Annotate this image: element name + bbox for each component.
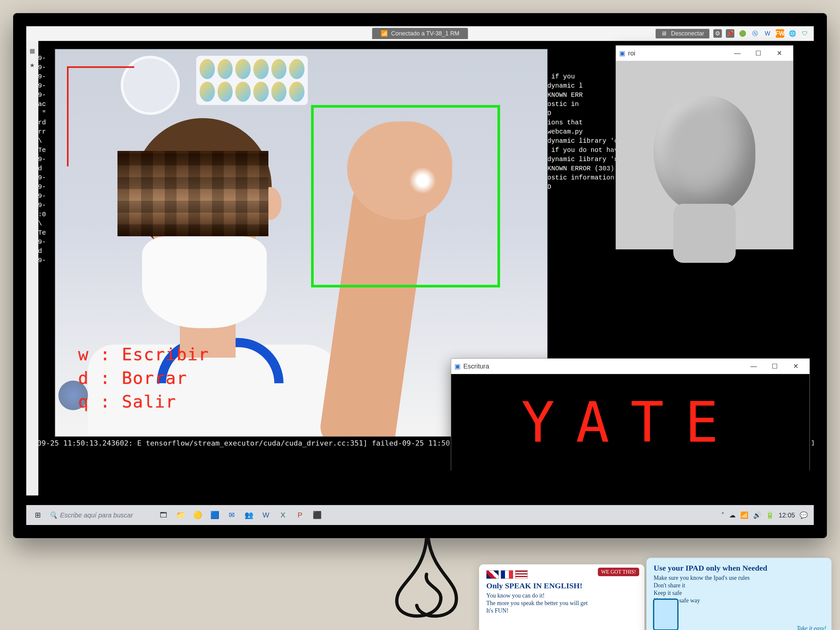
connected-tab[interactable]: 📶 Conectado a TV-38_1 RM [372,28,468,39]
gear-icon[interactable]: ⚙ [713,29,722,38]
maximize-button[interactable]: ☐ [764,358,785,374]
poster-left-tag: WE GOT THIS! [598,568,639,576]
grid-icon[interactable]: ▦ [28,47,36,55]
help-line: w : Escribir [78,343,209,366]
poster-right-line: Keep it safe [654,590,824,597]
pin-icon[interactable]: 📌 [726,29,734,38]
chrome-icon[interactable]: 🟡 [192,510,203,521]
disconnect-label: Desconectar [671,30,704,37]
shield-icon[interactable]: 🛡 [801,29,809,38]
screen: -09--09--09--09--09-ebacle "wordxErrC:\g… [26,26,814,525]
terminal-icon[interactable]: ⬛ [311,510,322,521]
disconnect-button[interactable]: 🖥 Desconectar [655,29,709,38]
roi-image [616,61,793,249]
power-cable [374,538,479,624]
word-app-icon[interactable]: W [763,29,772,38]
help-line: d : Borrar [78,366,209,390]
outlook-icon[interactable]: ✉ [226,510,237,521]
wifi-tray-icon[interactable]: 📶 [740,511,748,519]
monitor-icon: 🖥 [661,30,667,37]
onenote-icon[interactable]: Ⓝ [751,29,759,38]
close-button[interactable]: ✕ [769,46,790,61]
search-placeholder: Escribe aquí para buscar [60,512,133,519]
bookmark-icon[interactable]: ★ [28,61,36,69]
terminal-line: -09-25 11:50:13.243602: E tensorflow/str… [33,439,398,447]
start-button[interactable]: ⊞ [32,510,43,521]
minimize-button[interactable]: — [743,358,764,374]
poster-right-tag: Take it easy! [797,625,826,630]
poster-left-line: You know you can do it! [486,592,637,599]
minimize-button[interactable]: — [727,46,748,61]
search-icon: 🔍 [49,511,57,519]
poster-left-line: It's FUN! [486,607,637,614]
help-line: q : Salir [78,390,209,414]
cast-toolbar: 📶 Conectado a TV-38_1 RM 🖥 Desconectar ⚙… [26,26,814,41]
notifications-icon[interactable]: 💬 [800,511,808,519]
escritura-text: YATE [521,390,739,455]
escritura-titlebar[interactable]: ▣ Escritura — ☐ ✕ [451,358,810,374]
escritura-title: Escritura [463,363,489,370]
fw-app-icon[interactable]: FW [776,29,784,38]
system-tray[interactable]: ˄ ☁ 📶 🔊 🔋 12:05 💬 [721,511,808,519]
wifi-icon: 📶 [381,30,388,37]
flag-us-icon [515,570,527,579]
escritura-window[interactable]: ▣ Escritura — ☐ ✕ YATE [451,358,810,471]
teams-icon[interactable]: 👥 [243,510,254,521]
word-icon[interactable]: W [260,510,272,521]
maximize-button[interactable]: ☐ [748,46,769,61]
roi-titlebar[interactable]: ▣ roi — ☐ ✕ [616,46,793,61]
poster-right-line: Don't share it [654,582,824,589]
clock-label[interactable]: 12:05 [778,512,795,519]
flag-fr-icon [501,570,513,579]
poster-left-title: Only SPEAK IN ENGLISH! [486,581,637,590]
windows-taskbar[interactable]: ⊞ 🔍 Escribe aquí para buscar 🗔 📁 🟡 🟦 ✉ 👥… [26,505,814,525]
file-explorer-icon[interactable]: 📁 [175,510,186,521]
onedrive-icon[interactable]: ☁ [729,511,736,519]
window-app-icon: ▣ [619,49,625,57]
edge-icon[interactable]: 🟦 [209,510,220,521]
ide-sidebar: ▦ ★ [26,41,38,496]
poster-right-line: Make sure you know the Ipad's use rules [654,575,824,581]
poster-right-line: Use it in a safe way [654,597,824,604]
close-button[interactable]: ✕ [785,358,806,374]
roi-window[interactable]: ▣ roi — ☐ ✕ [616,45,793,249]
evernote-icon[interactable]: 🟢 [738,29,747,38]
volume-icon[interactable]: 🔊 [753,511,761,519]
escritura-output: YATE [451,374,810,471]
powerpoint-icon[interactable]: P [294,510,305,521]
ipad-icon [653,598,679,630]
monitor-bezel: -09--09--09--09--09-ebacle "wordxErrC:\g… [13,13,827,538]
poster-ipad: Use your IPAD only when Needed Make sure… [646,558,832,630]
excel-icon[interactable]: X [277,510,289,521]
task-view-icon[interactable]: 🗔 [158,510,169,521]
poster-english: Only SPEAK IN ENGLISH! You know you can … [479,564,644,630]
connected-label: Conectado a TV-38_1 RM [391,30,459,37]
keyboard-help-overlay: w : Escribird : Borrarq : Salir [78,343,209,414]
poster-right-title: Use your IPAD only when Needed [654,564,824,573]
roi-green-box [311,105,500,287]
flag-uk-icon [486,570,499,579]
face-pixelation [117,151,268,236]
globe-icon[interactable]: 🌐 [788,29,797,38]
roi-title: roi [628,49,635,57]
taskbar-search[interactable]: 🔍 Escribe aquí para buscar [49,511,133,519]
poster-left-line: The more you speak the better you will g… [486,600,637,607]
window-app-icon: ▣ [455,362,461,370]
battery-icon[interactable]: 🔋 [766,511,774,519]
chevron-up-icon[interactable]: ˄ [721,511,725,519]
